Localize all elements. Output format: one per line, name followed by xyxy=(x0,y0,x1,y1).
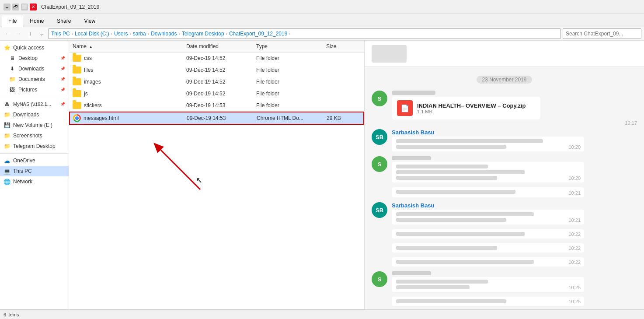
nas-icon: 🖧 xyxy=(3,101,10,108)
breadcrumb-downloads[interactable]: Downloads xyxy=(151,31,177,37)
file-area: Name ▲ Date modified Type Size css 09-De… xyxy=(69,41,364,309)
message-group-3: S 10:20 xyxy=(372,156,637,184)
address-bar[interactable]: This PC › Local Disk (C:) › Users › sarb… xyxy=(48,28,561,39)
close-icon[interactable]: ✕ xyxy=(30,4,37,11)
screenshots-icon: 📁 xyxy=(3,132,10,139)
breadcrumb-users[interactable]: Users xyxy=(114,31,128,37)
sep5: › xyxy=(179,32,180,36)
sidebar-label-pictures: Pictures xyxy=(18,87,37,93)
folder-icon-css xyxy=(73,55,81,62)
sidebar-item-thispc[interactable]: 💻 This PC xyxy=(0,166,69,176)
file-row-files[interactable]: files 09-Dec-19 14:52 File folder xyxy=(69,64,364,76)
up-button[interactable]: ↑ xyxy=(25,29,35,39)
tab-share[interactable]: Share xyxy=(50,15,77,27)
sender-blur-1 xyxy=(392,91,435,95)
tab-view[interactable]: View xyxy=(77,15,102,27)
svg-line-1 xyxy=(161,150,200,189)
title-bar-icons: 🗕 🗗 ⬜ ✕ xyxy=(3,4,37,11)
nav-bar: ← → ↑ ⌄ This PC › Local Disk (C:) › User… xyxy=(0,27,644,41)
col-header-name[interactable]: Name ▲ xyxy=(69,42,183,50)
tab-home[interactable]: Home xyxy=(23,15,50,27)
msg-bubble-5: 10:21 xyxy=(392,210,584,224)
file-type-images: File folder xyxy=(253,78,323,86)
search-input[interactable] xyxy=(563,28,641,39)
msg-time-3: 10:20 xyxy=(568,175,581,181)
file-row-js[interactable]: js 09-Dec-19 14:52 File folder xyxy=(69,88,364,100)
chrome-icon-messages xyxy=(73,114,81,122)
sidebar-item-onedrive[interactable]: ☁ OneDrive xyxy=(0,155,69,166)
sidebar-item-network[interactable]: 🌐 Network xyxy=(0,176,69,187)
sidebar-label-documents: Documents xyxy=(18,76,45,82)
blur-line-6 xyxy=(396,232,525,236)
sidebar-label-onedrive: OneDrive xyxy=(13,158,35,164)
chat-messages[interactable]: 23 November 2019 S 📄 INDIAN HEALTH– OVER… xyxy=(365,67,644,309)
sidebar-item-newvolume[interactable]: 💾 New Volume (E:) xyxy=(0,120,69,130)
col-header-type[interactable]: Type xyxy=(253,42,323,50)
file-label-messages: messages.html xyxy=(84,115,119,121)
quickaccess-icon: ⭐ xyxy=(3,44,10,51)
sep2: › xyxy=(111,32,112,36)
breadcrumb-sarba[interactable]: sarba xyxy=(133,31,146,37)
msg-bubble-6: 10:22 xyxy=(392,229,584,238)
sender-blur-9 xyxy=(392,271,431,275)
back-button[interactable]: ← xyxy=(3,29,12,39)
msg-bubble-8: 10:22 xyxy=(392,257,584,266)
main-area: ⭐ Quick access 🖥 Desktop 📌 ⬇ Downloads 📌… xyxy=(0,41,644,309)
newvolume-icon: 💾 xyxy=(3,122,10,129)
file-row-stickers[interactable]: stickers 09-Dec-19 14:53 File folder xyxy=(69,100,364,112)
file-size-messages: 29 KB xyxy=(323,114,358,122)
folder-icon-images xyxy=(73,78,81,85)
file-label-images: images xyxy=(84,79,101,85)
date-separator: 23 November 2019 xyxy=(477,76,532,84)
file-row-messages[interactable]: messages.html 09-Dec-19 14:53 Chrome HTM… xyxy=(69,112,364,125)
sidebar-item-downloads2[interactable]: 📁 Downloads xyxy=(0,109,69,120)
window-title: ChatExport_09_12_2019 xyxy=(41,4,99,10)
sidebar: ⭐ Quick access 🖥 Desktop 📌 ⬇ Downloads 📌… xyxy=(0,41,69,309)
sidebar-item-screenshots[interactable]: 📁 Screenshots xyxy=(0,130,69,141)
file-size-images xyxy=(323,81,358,83)
blur-line-3a xyxy=(396,165,488,168)
msg-time-4: 10:21 xyxy=(568,190,581,196)
blur-line-8 xyxy=(396,260,534,264)
file-size-stickers xyxy=(323,105,358,106)
tab-file[interactable]: File xyxy=(2,15,23,27)
recent-button[interactable]: ⌄ xyxy=(37,29,46,39)
file-name-stickers: stickers xyxy=(69,101,183,110)
telegramdesktop-icon: 📁 xyxy=(3,143,10,150)
msg-bubble-2: 10:20 xyxy=(392,137,584,151)
sidebar-item-telegramdesktop[interactable]: 📁 Telegram Desktop xyxy=(0,141,69,151)
avatar-sb-5: SB xyxy=(372,202,387,218)
chat-avatar-placeholder xyxy=(372,45,407,63)
onedrive-icon: ☁ xyxy=(3,157,10,164)
file-row-css[interactable]: css 09-Dec-19 14:52 File folder xyxy=(69,53,364,64)
forward-button[interactable]: → xyxy=(14,29,24,39)
msg-time-5: 10:21 xyxy=(568,217,581,223)
sort-arrow-name: ▲ xyxy=(89,45,93,49)
breadcrumb-telegram[interactable]: Telegram Desktop xyxy=(182,31,224,37)
restore-icon[interactable]: ⬜ xyxy=(21,4,28,11)
message-group-6: 10:22 xyxy=(392,229,637,240)
pin-pictures: 📌 xyxy=(60,88,65,92)
file-row-images[interactable]: images 09-Dec-19 14:52 File folder xyxy=(69,76,364,88)
col-header-date[interactable]: Date modified xyxy=(183,42,253,50)
sidebar-item-quickaccess[interactable]: ⭐ Quick access xyxy=(0,42,69,53)
sidebar-item-downloads[interactable]: ⬇ Downloads 📌 xyxy=(0,63,69,74)
file-name-messages: messages.html xyxy=(70,113,183,123)
breadcrumb-localc[interactable]: Local Disk (C:) xyxy=(75,31,109,37)
sidebar-item-mynas[interactable]: 🖧 MyNAS (\\192.1... 📌 xyxy=(0,99,69,109)
sidebar-item-desktop[interactable]: 🖥 Desktop 📌 xyxy=(0,53,69,63)
col-header-size[interactable]: Size xyxy=(323,42,358,50)
file-attach-icon-1: 📄 xyxy=(397,100,413,116)
minimize-icon[interactable]: 🗕 xyxy=(3,4,10,11)
sidebar-item-pictures[interactable]: 🖼 Pictures 📌 xyxy=(0,84,69,95)
message-content-2: Sarbasish Basu 10:20 xyxy=(392,129,637,153)
file-name-files: files xyxy=(69,66,183,74)
maximize-icon[interactable]: 🗗 xyxy=(12,4,19,11)
breadcrumb-thispc[interactable]: This PC xyxy=(51,31,70,37)
breadcrumb-chatexport[interactable]: ChatExport_09_12_2019 xyxy=(229,31,287,37)
downloads2-icon: 📁 xyxy=(3,111,10,118)
file-label-js: js xyxy=(84,91,88,97)
file-header: Name ▲ Date modified Type Size xyxy=(69,41,364,53)
sidebar-item-documents[interactable]: 📁 Documents 📌 xyxy=(0,74,69,84)
file-type-files: File folder xyxy=(253,66,323,74)
